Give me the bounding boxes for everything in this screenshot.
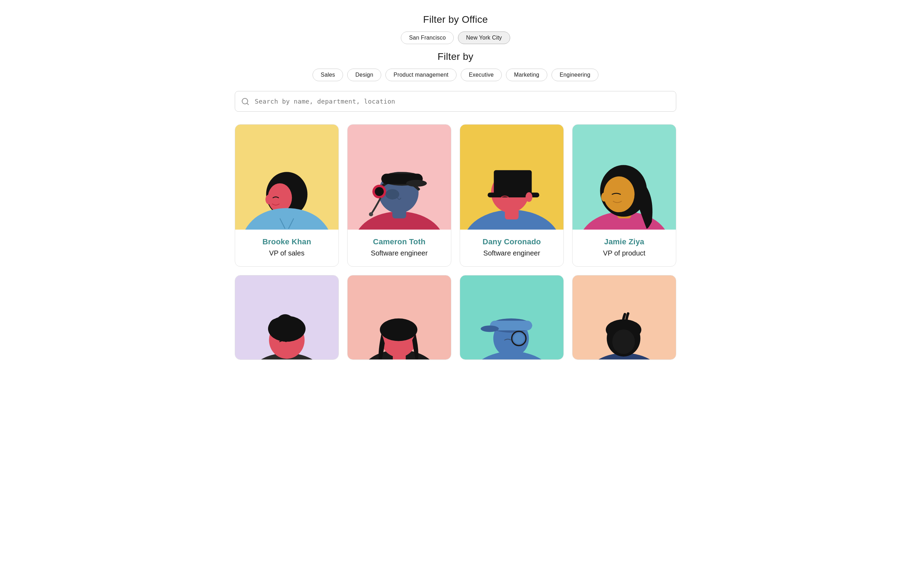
pill-product-management[interactable]: Product management	[386, 69, 457, 81]
card-name-brooke: Brooke Khan	[242, 237, 331, 246]
card-image-5	[235, 275, 339, 359]
svg-point-35	[286, 318, 301, 333]
filter-department-section: Filter by Sales Design Product managemen…	[235, 51, 676, 81]
svg-point-8	[246, 208, 328, 230]
svg-point-28	[604, 176, 635, 212]
page-container: Filter by Office San Francisco New York …	[228, 0, 683, 374]
department-pills-container: Sales Design Product management Executiv…	[235, 69, 676, 81]
card-role-cameron: Software engineer	[355, 249, 444, 257]
card-person-8[interactable]	[572, 275, 676, 360]
svg-point-46	[514, 333, 524, 344]
office-pills-container: San Francisco New York City	[235, 31, 676, 44]
card-role-dany: Software engineer	[467, 249, 556, 257]
card-name-jamie: Jamie Ziya	[580, 237, 669, 246]
svg-point-24	[525, 192, 533, 202]
filter-office-section: Filter by Office San Francisco New York …	[235, 14, 676, 44]
pill-design[interactable]: Design	[347, 69, 381, 81]
svg-point-29	[601, 192, 608, 202]
pill-sales[interactable]: Sales	[313, 69, 343, 81]
card-dany-coronado[interactable]: Dany Coronado Software engineer	[460, 124, 564, 267]
card-name-cameron: Cameron Toth	[355, 237, 444, 246]
svg-point-44	[481, 325, 499, 332]
card-person-7[interactable]	[460, 275, 564, 360]
card-name-dany: Dany Coronado	[467, 237, 556, 246]
card-brooke-khan[interactable]: Brooke Khan VP of sales	[235, 124, 339, 267]
filter-office-title: Filter by Office	[235, 14, 676, 25]
svg-rect-22	[494, 170, 532, 196]
svg-point-15	[386, 189, 399, 199]
svg-point-39	[380, 318, 417, 341]
card-info-brooke: Brooke Khan VP of sales	[235, 229, 339, 267]
svg-line-1	[247, 103, 248, 104]
card-info-cameron: Cameron Toth Software engineer	[348, 229, 451, 267]
people-grid: Brooke Khan VP of sales	[235, 124, 676, 267]
pill-new-york-city[interactable]: New York City	[458, 31, 510, 44]
svg-point-14	[369, 212, 373, 216]
svg-point-18	[406, 180, 427, 187]
card-role-jamie: VP of product	[580, 249, 669, 257]
search-icon	[241, 97, 250, 106]
card-image-8	[572, 275, 676, 359]
pill-engineering[interactable]: Engineering	[551, 69, 598, 81]
filter-department-title: Filter by	[235, 51, 676, 62]
card-role-brooke: VP of sales	[242, 249, 331, 257]
card-image-jamie	[572, 124, 676, 229]
search-input[interactable]	[235, 91, 676, 111]
pill-san-francisco[interactable]: San Francisco	[401, 31, 454, 44]
card-image-7	[460, 275, 563, 359]
card-jamie-ziya[interactable]: Jamie Ziya VP of product	[572, 124, 676, 267]
pill-marketing[interactable]: Marketing	[506, 69, 547, 81]
card-person-5[interactable]	[235, 275, 339, 360]
pill-executive[interactable]: Executive	[461, 69, 502, 81]
search-container	[235, 91, 676, 111]
card-image-cameron	[348, 124, 451, 229]
svg-point-7	[266, 195, 272, 204]
card-info-jamie: Jamie Ziya VP of product	[572, 229, 676, 267]
card-image-brooke	[235, 124, 339, 229]
svg-point-13	[375, 187, 384, 196]
card-cameron-toth[interactable]: Cameron Toth Software engineer	[347, 124, 451, 267]
card-info-dany: Dany Coronado Software engineer	[460, 229, 563, 267]
card-person-6[interactable]	[347, 275, 451, 360]
svg-point-51	[612, 330, 635, 354]
card-image-dany	[460, 124, 563, 229]
people-grid-row2	[235, 275, 676, 360]
card-image-6	[348, 275, 451, 359]
